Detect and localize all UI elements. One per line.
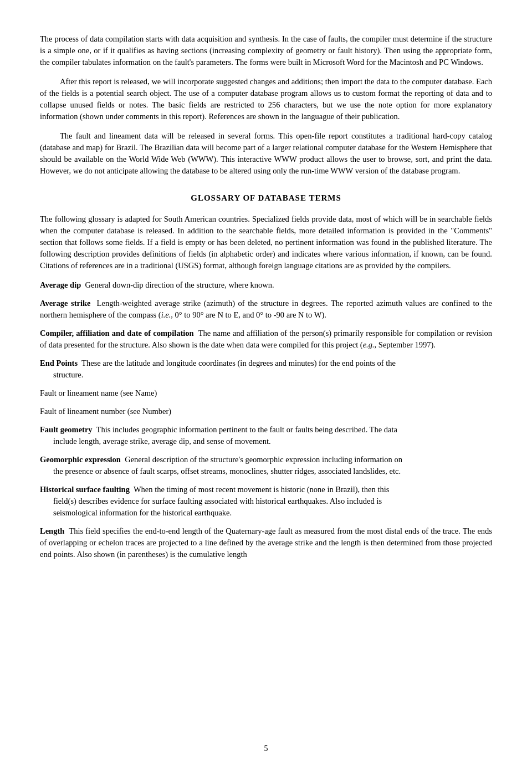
glossary-intro: The following glossary is adapted for So… bbox=[40, 213, 492, 272]
term-avg-dip: Average dip bbox=[40, 280, 81, 289]
term-fault-geometry: Fault geometry bbox=[40, 425, 93, 434]
historical-continuation-1: field(s) describes evidence for surface … bbox=[53, 495, 492, 507]
fault-geometry-continuation: include length, average strike, average … bbox=[53, 436, 492, 447]
term-length: Length bbox=[40, 526, 64, 535]
glossary-entry-avg-dip: Average dip General down-dip direction o… bbox=[40, 279, 492, 291]
glossary-entry-historical: Historical surface faulting When the tim… bbox=[40, 484, 492, 519]
glossary-entry-end-points: End Points These are the latitude and lo… bbox=[40, 357, 492, 381]
glossary-entry-fault-name: Fault or lineament name (see Name) bbox=[40, 387, 492, 399]
glossary-entry-fault-geometry: Fault geometry This includes geographic … bbox=[40, 424, 492, 447]
glossary-entry-compiler: Compiler, affiliation and date of compil… bbox=[40, 328, 492, 351]
geomorphic-continuation: the presence or absence of fault scarps,… bbox=[53, 466, 492, 477]
glossary-entry-length: Length This field specifies the end-to-e… bbox=[40, 525, 492, 560]
section-title-glossary: GLOSSARY OF DATABASE TERMS bbox=[40, 192, 492, 204]
term-historical: Historical surface faulting bbox=[40, 485, 130, 494]
term-geomorphic: Geomorphic expression bbox=[40, 455, 121, 464]
glossary-entry-geomorphic: Geomorphic expression General descriptio… bbox=[40, 454, 492, 477]
term-end-points: End Points bbox=[40, 359, 78, 367]
page-container: The process of data compilation starts w… bbox=[0, 0, 532, 772]
historical-continuation-2: seismological information for the histor… bbox=[53, 507, 492, 519]
glossary-entry-fault-number: Fault of lineament number (see Number) bbox=[40, 406, 492, 417]
term-avg-strike: Average strike bbox=[40, 299, 90, 308]
paragraph-3: The fault and lineament data will be rel… bbox=[40, 130, 492, 177]
paragraph-1: The process of data compilation starts w… bbox=[40, 33, 492, 68]
glossary-entry-avg-strike: Average strike Length-weighted average s… bbox=[40, 298, 492, 321]
end-points-continuation: structure. bbox=[53, 369, 492, 381]
term-compiler: Compiler, affiliation and date of compil… bbox=[40, 329, 194, 338]
paragraph-2: After this report is released, we will i… bbox=[40, 76, 492, 122]
page-number: 5 bbox=[0, 743, 532, 754]
